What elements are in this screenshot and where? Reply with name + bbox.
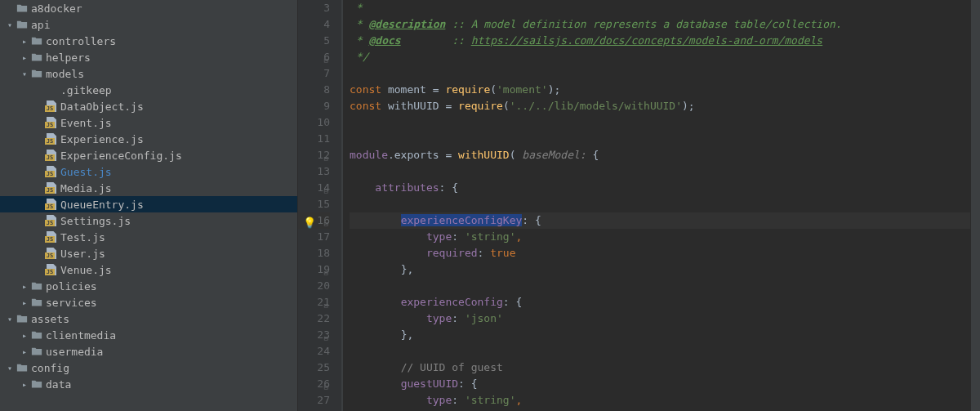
tree-item-usermedia[interactable]: ▸usermedia <box>0 343 297 360</box>
tree-item-label: services <box>46 297 97 309</box>
tree-item-models[interactable]: ▾models <box>0 65 297 82</box>
line-number[interactable]: 3 <box>298 0 330 16</box>
line-number[interactable]: 9 <box>298 98 330 114</box>
chevron-right-icon[interactable]: ▸ <box>20 53 29 62</box>
cursor-selection: experienceConfigKey <box>401 214 523 226</box>
js-file-icon: JS <box>44 199 59 210</box>
tree-item-label: data <box>46 378 71 391</box>
chevron-down-icon[interactable]: ▾ <box>5 315 15 324</box>
fold-icon[interactable]: ⊟ <box>322 379 328 386</box>
js-file-icon: JS <box>44 182 59 194</box>
tree-item--gitkeep[interactable]: ▸.gitkeep <box>0 82 297 98</box>
tree-item-services[interactable]: ▸services <box>0 294 297 310</box>
chevron-right-icon[interactable]: ▸ <box>20 331 29 340</box>
tree-item-label: Experience.js <box>60 133 144 145</box>
tree-item-label: a8docker <box>31 2 82 15</box>
fold-icon[interactable]: ⊟ <box>322 150 328 157</box>
js-file-icon: JS <box>44 133 59 145</box>
tree-item-clientmedia[interactable]: ▸clientmedia <box>0 327 297 343</box>
tree-item-experienceconfig-js[interactable]: ▸JSExperienceConfig.js <box>0 147 297 163</box>
file-icon <box>44 84 59 96</box>
tree-item-test-js[interactable]: ▸JSTest.js <box>0 229 297 245</box>
chevron-down-icon[interactable]: ▾ <box>5 364 15 373</box>
folder-icon <box>15 19 29 30</box>
folder-icon <box>29 297 44 308</box>
line-number[interactable]: 19⊟ <box>298 261 330 278</box>
line-number[interactable]: 22 <box>298 310 330 327</box>
lightbulb-icon[interactable]: 💡 <box>303 215 314 226</box>
fold-icon[interactable]: ⊟ <box>322 183 328 190</box>
project-tree[interactable]: ▸a8docker▾api▸controllers▸helpers▾models… <box>0 0 298 411</box>
chevron-right-icon[interactable]: ▸ <box>20 298 29 307</box>
line-number[interactable]: 20 <box>298 278 330 294</box>
tree-item-media-js[interactable]: ▸JSMedia.js <box>0 180 297 196</box>
tree-item-queueentry-js[interactable]: ▸JSQueueEntry.js <box>0 196 297 212</box>
tree-item-controllers[interactable]: ▸controllers <box>0 33 297 49</box>
folder-icon <box>29 378 44 390</box>
line-number[interactable]: 5 <box>298 33 330 49</box>
tree-item-dataobject-js[interactable]: ▸JSDataObject.js <box>0 98 297 114</box>
tree-item-label: config <box>31 362 69 374</box>
tree-item-helpers[interactable]: ▸helpers <box>0 49 297 65</box>
js-file-icon: JS <box>44 117 59 128</box>
line-number[interactable]: 12⊟ <box>298 147 330 163</box>
folder-icon <box>29 280 44 292</box>
tree-item-label: QueueEntry.js <box>60 199 144 211</box>
line-number[interactable]: 11 <box>298 131 330 147</box>
js-file-icon: JS <box>44 264 59 275</box>
line-number[interactable]: 4 <box>298 16 330 33</box>
tree-item-settings-js[interactable]: ▸JSSettings.js <box>0 212 297 229</box>
fold-icon[interactable]: ⊟ <box>322 297 328 304</box>
fold-icon[interactable]: ⊟ <box>322 330 328 337</box>
line-number[interactable]: 10 <box>298 114 330 131</box>
fold-icon[interactable]: ⊟ <box>322 52 328 59</box>
tree-item-label: ExperienceConfig.js <box>60 150 182 162</box>
tree-item-user-js[interactable]: ▸JSUser.js <box>0 245 297 261</box>
line-number[interactable]: 24 <box>298 343 330 360</box>
line-number[interactable]: 25 <box>298 360 330 376</box>
tree-item-label: Settings.js <box>60 215 131 227</box>
chevron-right-icon[interactable]: ▸ <box>20 282 29 291</box>
chevron-down-icon[interactable]: ▾ <box>20 69 29 78</box>
tree-item-experience-js[interactable]: ▸JSExperience.js <box>0 131 297 147</box>
fold-icon[interactable]: ⊟ <box>322 265 328 271</box>
line-number[interactable]: 8 <box>298 82 330 98</box>
vertical-scrollbar[interactable] <box>970 0 980 411</box>
folder-icon <box>15 2 29 14</box>
code-editor[interactable]: 3456⊟789101112⊟1314⊟1516⊟💡171819⊟2021⊟22… <box>298 0 980 411</box>
tree-item-policies[interactable]: ▸policies <box>0 278 297 294</box>
line-number[interactable]: 23⊟ <box>298 327 330 343</box>
tree-item-label: Test.js <box>60 231 105 243</box>
line-number[interactable]: 7 <box>298 65 330 82</box>
chevron-down-icon[interactable]: ▾ <box>5 20 15 29</box>
tree-item-config[interactable]: ▾config <box>0 360 297 376</box>
tree-item-assets[interactable]: ▾assets <box>0 310 297 327</box>
line-gutter: 3456⊟789101112⊟1314⊟1516⊟💡171819⊟2021⊟22… <box>298 0 342 411</box>
fold-icon[interactable]: ⊟ <box>322 216 328 222</box>
line-number[interactable]: 6⊟ <box>298 49 330 65</box>
line-number[interactable]: 21⊟ <box>298 294 330 310</box>
folder-icon <box>29 346 44 357</box>
chevron-right-icon[interactable]: ▸ <box>20 37 29 46</box>
line-number[interactable]: 15 <box>298 196 330 212</box>
code-area[interactable]: * * @description :: A model definition r… <box>342 0 970 411</box>
tree-item-label: clientmedia <box>46 329 116 342</box>
line-number[interactable]: 16⊟💡 <box>298 212 330 229</box>
line-number[interactable]: 17 <box>298 229 330 245</box>
tree-item-label: api <box>31 19 50 31</box>
chevron-right-icon[interactable]: ▸ <box>20 347 29 356</box>
line-number[interactable]: 26⊟ <box>298 376 330 392</box>
tree-item-a8docker[interactable]: ▸a8docker <box>0 0 297 16</box>
tree-item-event-js[interactable]: ▸JSEvent.js <box>0 114 297 131</box>
folder-icon <box>15 362 29 373</box>
chevron-right-icon[interactable]: ▸ <box>20 380 29 389</box>
line-number[interactable]: 27 <box>298 392 330 409</box>
tree-item-venue-js[interactable]: ▸JSVenue.js <box>0 261 297 278</box>
line-number[interactable]: 18 <box>298 245 330 261</box>
tree-item-data[interactable]: ▸data <box>0 376 297 392</box>
line-number[interactable]: 13 <box>298 163 330 180</box>
tree-item-guest-js[interactable]: ▸JSGuest.js <box>0 163 297 180</box>
tree-item-api[interactable]: ▾api <box>0 16 297 33</box>
tree-item-label: policies <box>46 280 97 293</box>
line-number[interactable]: 14⊟ <box>298 180 330 196</box>
